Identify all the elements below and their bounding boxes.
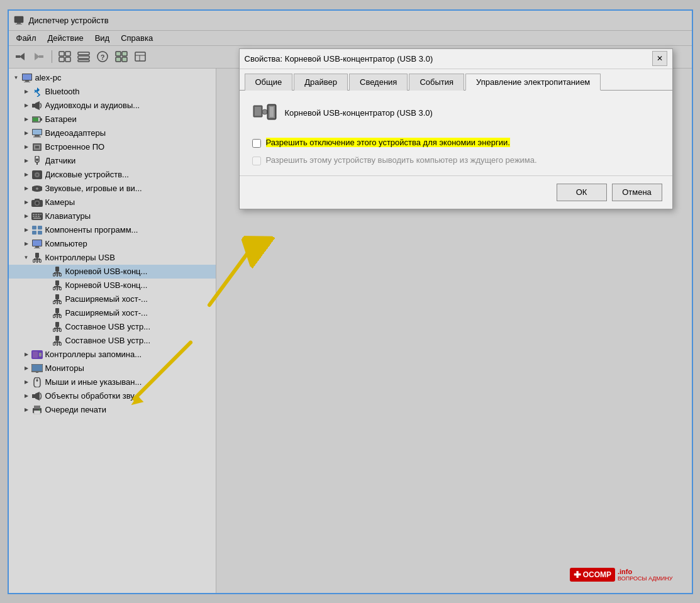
dialog-close-button[interactable]: ✕ bbox=[652, 51, 667, 66]
tab-power[interactable]: Управление электропитанием bbox=[465, 74, 601, 91]
dialog-title-bar: Свойства: Корневой USB-концентратор (USB… bbox=[240, 49, 672, 69]
tab-general[interactable]: Общие bbox=[245, 74, 293, 91]
dialog-footer: ОК Отмена bbox=[240, 175, 672, 209]
watermark-logo: ✚ OCOMP bbox=[570, 568, 615, 582]
properties-dialog: Свойства: Корневой USB-концентратор (USB… bbox=[239, 48, 673, 209]
device-header-icon bbox=[252, 101, 277, 125]
power-section: Разрешить отключение этого устройства дл… bbox=[252, 138, 660, 165]
svg-rect-121 bbox=[255, 107, 261, 116]
svg-rect-122 bbox=[262, 109, 267, 114]
allow-wakeup-checkbox[interactable] bbox=[252, 157, 261, 165]
ok-button[interactable]: ОК bbox=[557, 184, 607, 201]
dialog-overlay: Свойства: Корневой USB-концентратор (USB… bbox=[9, 11, 692, 593]
device-header: Корневой USB-концентратор (USB 3.0) bbox=[252, 101, 660, 125]
watermark-text: .info ВОПРОСЫ АДМИНУ bbox=[618, 568, 673, 582]
tab-details[interactable]: Сведения bbox=[349, 74, 408, 91]
device-name: Корневой USB-концентратор (USB 3.0) bbox=[285, 108, 433, 118]
allow-power-off-checkbox[interactable] bbox=[252, 139, 261, 148]
tab-events[interactable]: События bbox=[409, 74, 464, 91]
dialog-content: Корневой USB-концентратор (USB 3.0) Разр… bbox=[240, 91, 672, 175]
allow-wakeup-label: Разрешить этому устройству выводить комп… bbox=[266, 155, 537, 165]
device-manager-window: Диспетчер устройств Файл Действие Вид Сп… bbox=[8, 9, 693, 594]
svg-rect-125 bbox=[270, 107, 274, 117]
watermark: ✚ OCOMP .info ВОПРОСЫ АДМИНУ bbox=[570, 568, 673, 582]
checkbox-row-2: Разрешить этому устройству выводить комп… bbox=[252, 155, 660, 165]
cancel-button[interactable]: Отмена bbox=[612, 184, 662, 201]
dialog-tabs: Общие Драйвер Сведения События Управлени… bbox=[240, 69, 672, 91]
checkbox-row-1: Разрешить отключение этого устройства дл… bbox=[252, 138, 660, 148]
allow-power-off-label: Разрешить отключение этого устройства дл… bbox=[266, 138, 510, 147]
dialog-title: Свойства: Корневой USB-концентратор (USB… bbox=[245, 54, 433, 64]
tab-driver[interactable]: Драйвер bbox=[294, 74, 348, 91]
